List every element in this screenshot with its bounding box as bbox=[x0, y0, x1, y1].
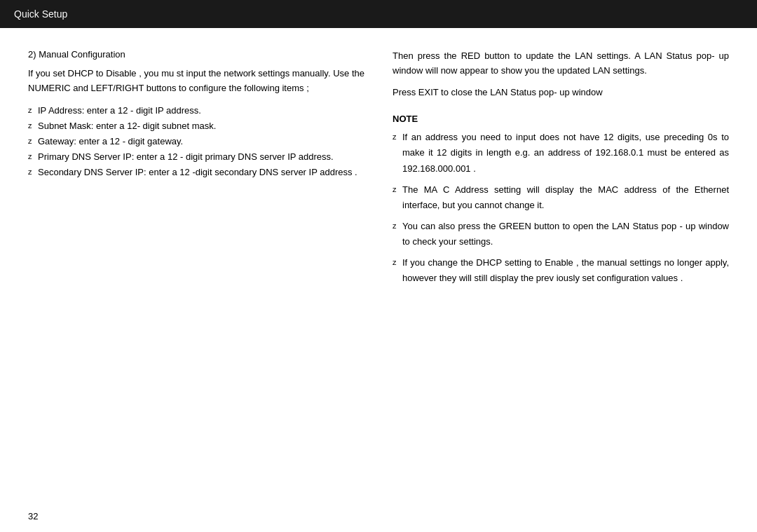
page-header: Quick Setup bbox=[0, 0, 757, 28]
right-paragraph-1: Then press the RED button to update the … bbox=[393, 49, 729, 79]
bullet-item-4: Primary DNS Server IP: enter a 12 - digi… bbox=[28, 149, 364, 165]
note-item-3: You can also press the GREEN button to o… bbox=[393, 219, 729, 250]
header-title: Quick Setup bbox=[14, 8, 67, 20]
right-paragraph-2: Press EXIT to close the LAN Status pop- … bbox=[393, 86, 729, 100]
bullet-list: IP Address: enter a 12 - digit IP addres… bbox=[28, 103, 364, 180]
intro-paragraph: If you set DHCP to Disable , you mu st i… bbox=[28, 67, 364, 96]
section-title: 2) Manual Configuration bbox=[28, 49, 364, 60]
note-list: If an address you need to input does not… bbox=[393, 130, 729, 286]
bullet-item-2: Subnet Mask: enter a 12- digit subnet ma… bbox=[28, 118, 364, 134]
main-content: 2) Manual Configuration If you set DHCP … bbox=[0, 28, 757, 529]
note-item-2: The MA C Address setting will display th… bbox=[393, 182, 729, 213]
note-title: NOTE bbox=[393, 114, 729, 124]
right-column: Then press the RED button to update the … bbox=[393, 49, 729, 515]
note-item-4: If you change the DHCP setting to Enable… bbox=[393, 255, 729, 286]
bullet-item-1: IP Address: enter a 12 - digit IP addres… bbox=[28, 103, 364, 118]
note-item-1: If an address you need to input does not… bbox=[393, 130, 729, 176]
bullet-item-5: Secondary DNS Server IP: enter a 12 -dig… bbox=[28, 165, 364, 180]
bullet-item-3: Gateway: enter a 12 - digit gateway. bbox=[28, 134, 364, 149]
page-number: 32 bbox=[28, 511, 38, 521]
left-column: 2) Manual Configuration If you set DHCP … bbox=[28, 49, 364, 515]
